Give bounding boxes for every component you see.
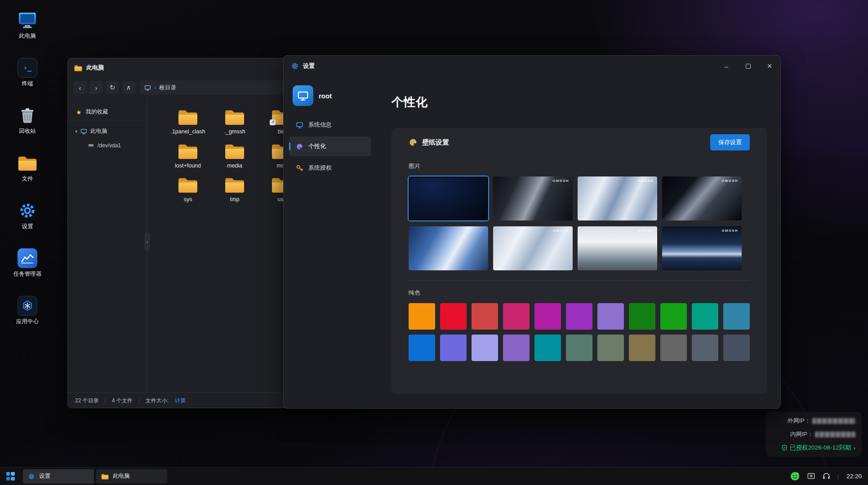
gear-icon — [17, 200, 38, 221]
color-swatch[interactable] — [660, 335, 687, 361]
folder-icon — [178, 109, 198, 126]
color-swatch[interactable] — [409, 335, 435, 361]
color-swatch[interactable] — [723, 335, 750, 361]
desktop-icon-recycle-bin[interactable]: 回收站 — [8, 101, 47, 138]
desktop-icon-settings[interactable]: 设置 — [8, 197, 47, 234]
maximize-button[interactable] — [737, 56, 759, 76]
wallpaper-thumbnail[interactable]: GMSSH — [578, 176, 657, 220]
wallpaper-thumbnail[interactable]: GMSSH — [493, 176, 573, 220]
wallpaper-thumbnail[interactable]: GMSSH — [662, 176, 742, 220]
save-settings-button[interactable]: 保存设置 — [710, 134, 750, 150]
license-status-link[interactable]: 已授权2026-08-12到期 › — [781, 444, 855, 452]
sidebar-item-this-pc[interactable]: ▾ 此电脑 — [68, 124, 147, 139]
folder-name: .1panel_clash — [170, 128, 205, 136]
color-swatch[interactable] — [566, 335, 592, 361]
color-swatch[interactable] — [440, 335, 467, 361]
back-button[interactable]: ‹ — [73, 81, 87, 94]
this-pc-icon — [17, 10, 38, 31]
color-swatch[interactable] — [472, 303, 498, 330]
start-button[interactable] — [0, 467, 21, 485]
desktop-icon-terminal[interactable]: ›_ 终端 — [8, 54, 47, 91]
refresh-button[interactable]: ↻ — [106, 81, 119, 94]
desktop-icon-label: 应用中心 — [16, 318, 39, 325]
minimize-button[interactable]: – — [716, 56, 737, 76]
color-swatch[interactable] — [503, 303, 530, 330]
folder-icon — [224, 143, 245, 160]
assistant-icon[interactable] — [790, 471, 800, 481]
folder-item[interactable]: .1panel_clash — [165, 109, 211, 136]
wallpaper-thumbnail-selected[interactable] — [409, 176, 488, 220]
color-swatch[interactable] — [503, 335, 530, 361]
forward-button[interactable]: › — [89, 81, 103, 94]
status-divider — [105, 398, 106, 404]
desktop-icon-this-pc[interactable]: 此电脑 — [8, 6, 47, 43]
folder-icon — [178, 143, 198, 160]
watermark: GMSSH — [721, 229, 738, 233]
sidebar-item-device-vda1[interactable]: /dev/vda1 — [68, 139, 147, 152]
sidebar-item-system-info[interactable]: 系统信息 — [289, 115, 371, 135]
color-swatch[interactable] — [597, 303, 624, 330]
desktop-icon-app-center[interactable]: 应用中心 — [8, 292, 47, 329]
wallpaper-thumbnail[interactable]: GMSSH — [662, 226, 742, 270]
calculate-size-link[interactable]: 计算 — [175, 397, 186, 405]
desktop: 此电脑 ›_ 终端 回收站 文件 设置 — [0, 0, 868, 485]
color-swatch[interactable] — [723, 303, 750, 330]
color-swatch[interactable] — [629, 303, 655, 330]
remote-upload-icon[interactable] — [807, 472, 815, 481]
taskbar: 设置 此电脑 — [0, 467, 868, 485]
desktop-icon-task-manager[interactable]: 任务管理器 — [8, 244, 47, 281]
folder-item[interactable]: ._gmssh — [211, 109, 258, 136]
color-swatch[interactable] — [409, 303, 435, 330]
folder-item[interactable]: lost+found — [165, 143, 211, 170]
sidebar-item-favorites[interactable]: ★ 我的收藏 — [68, 104, 147, 120]
ip-info-panel: 外网IP： 内网IP： 已授权2026-08-12到期 › — [766, 412, 862, 457]
shortcut-arrow-icon: ↗ — [270, 119, 276, 125]
color-swatch[interactable] — [692, 335, 718, 361]
taskbar-task-settings[interactable]: 设置 — [23, 469, 94, 484]
user-row: root — [289, 82, 371, 115]
wallpaper-thumbnail[interactable]: GMSSH — [578, 226, 657, 270]
breadcrumb-root[interactable]: 根目录 — [159, 84, 176, 92]
menu-label: 系统信息 — [308, 121, 332, 129]
task-manager-icon — [17, 248, 38, 269]
wallpaper-thumbnail[interactable] — [409, 226, 488, 270]
wallpaper-grid: GMSSH GMSSH GMSSH GMSSH GMSSH GMSSH — [409, 176, 750, 270]
close-icon: × — [767, 62, 772, 71]
up-button[interactable]: ∧ — [122, 81, 135, 94]
wallpaper-thumbnail[interactable]: GMSSH — [493, 226, 573, 270]
color-swatch[interactable] — [472, 335, 498, 361]
color-swatch[interactable] — [660, 303, 687, 330]
username: root — [319, 92, 332, 100]
images-section-label: 图片 — [409, 162, 750, 170]
color-swatch[interactable] — [597, 335, 624, 361]
refresh-icon: ↻ — [110, 84, 116, 92]
computer-icon — [144, 84, 151, 91]
taskbar-task-this-pc[interactable]: 此电脑 — [96, 469, 167, 484]
folder-item[interactable]: sys — [165, 176, 211, 203]
minimize-icon: – — [725, 62, 728, 70]
close-button[interactable]: × — [759, 56, 780, 76]
folder-icon — [224, 176, 245, 194]
folder-item[interactable]: tmp — [211, 176, 258, 203]
gear-icon — [28, 473, 35, 480]
settings-titlebar[interactable]: 设置 – × — [284, 56, 780, 76]
settings-window: 设置 – × root 系统信息 — [283, 55, 781, 409]
watermark: GMSSH — [721, 179, 738, 183]
color-swatch[interactable] — [534, 303, 561, 330]
folder-item[interactable]: media — [211, 143, 258, 170]
start-icon — [6, 472, 15, 481]
dir-count: 22 个目录 — [75, 397, 99, 405]
color-swatch[interactable] — [440, 303, 467, 330]
color-swatch[interactable] — [566, 303, 592, 330]
sidebar-collapse-handle[interactable]: ‹ — [145, 233, 150, 251]
file-manager-sidebar: ★ 我的收藏 ▾ 此电脑 /dev/vda1 — [68, 98, 147, 392]
color-swatch[interactable] — [534, 335, 561, 361]
desktop-icon-label: 设置 — [22, 223, 33, 230]
sidebar-item-personalization[interactable]: 个性化 — [289, 137, 371, 156]
desktop-icon-files[interactable]: 文件 — [8, 149, 47, 186]
headset-icon[interactable] — [822, 472, 831, 481]
terminal-icon: ›_ — [17, 57, 38, 78]
color-swatch[interactable] — [692, 303, 718, 330]
sidebar-item-system-license[interactable]: 系统授权 — [289, 158, 371, 178]
color-swatch[interactable] — [629, 335, 655, 361]
